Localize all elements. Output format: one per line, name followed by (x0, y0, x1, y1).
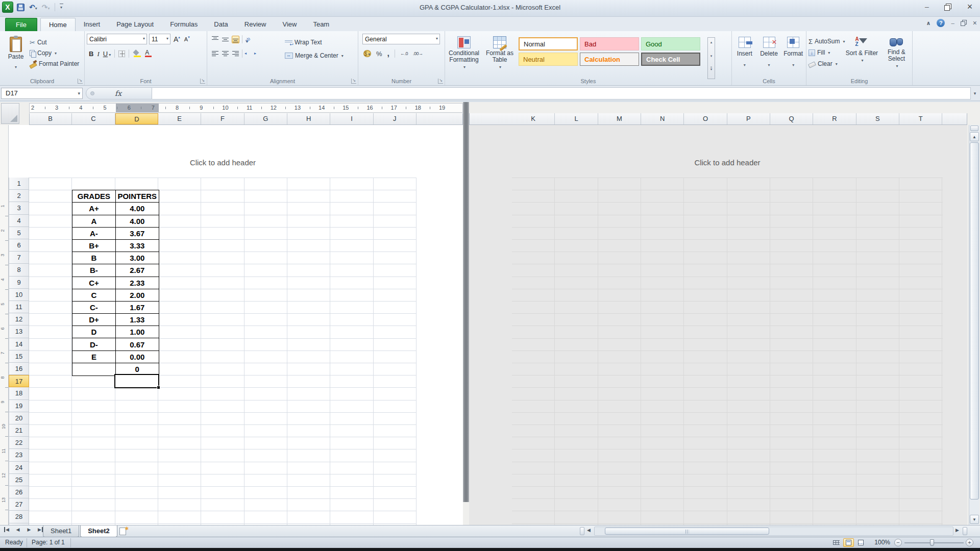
fill-color-button[interactable] (133, 51, 140, 57)
column-header-g[interactable]: G (244, 113, 287, 124)
row-header-2[interactable]: 2 (9, 190, 29, 202)
align-right-button[interactable] (232, 50, 239, 58)
align-center-button[interactable] (222, 50, 229, 58)
column-header-d[interactable]: D (115, 113, 158, 124)
row-header-14[interactable]: 14 (9, 338, 29, 350)
row-header-4[interactable]: 4 (9, 215, 29, 227)
table-header-cell[interactable]: GRADES (72, 190, 115, 203)
gallery-down-icon[interactable] (708, 52, 715, 65)
minimize-button[interactable] (920, 2, 934, 12)
row-header-3[interactable]: 3 (9, 202, 29, 214)
row-header-27[interactable]: 27 (9, 498, 29, 511)
underline-button[interactable] (103, 49, 111, 58)
scroll-down-icon[interactable] (970, 515, 979, 524)
delete-dropdown-icon[interactable] (768, 59, 770, 68)
grid-right[interactable] (512, 178, 943, 525)
align-left-button[interactable] (211, 50, 219, 58)
restore-button[interactable] (941, 2, 955, 12)
table-cell[interactable]: 1.67 (116, 302, 159, 314)
scroll-up-icon[interactable] (970, 132, 979, 141)
table-cell[interactable]: 1.33 (116, 314, 159, 326)
close-button[interactable] (963, 2, 977, 12)
page-layout-view-button[interactable] (843, 538, 854, 547)
table-cell[interactable]: E (72, 351, 115, 363)
row-header-15[interactable]: 15 (9, 350, 29, 363)
sheet-tab-sheet1[interactable]: Sheet1 (43, 525, 79, 537)
table-cell[interactable]: D+ (72, 314, 115, 326)
style-chip-neutral[interactable]: Neutral (519, 53, 578, 66)
table-cell[interactable]: 4.00 (116, 215, 159, 228)
column-header-f[interactable]: F (201, 113, 244, 124)
increase-font-size-button[interactable] (173, 35, 181, 43)
borders-button[interactable] (118, 51, 125, 57)
vertical-scroll-thumb[interactable] (970, 142, 979, 499)
table-cell[interactable]: 0.67 (116, 338, 159, 350)
decrease-decimal-button[interactable] (413, 51, 423, 56)
column-header-s[interactable]: S (856, 113, 899, 124)
gallery-more-icon[interactable] (708, 65, 715, 79)
autosum-button[interactable]: AutoSum (808, 37, 845, 46)
table-cell[interactable]: 2.67 (116, 264, 159, 277)
table-cell[interactable]: 3.00 (116, 252, 159, 264)
table-cell[interactable]: C (72, 289, 115, 302)
table-cell[interactable]: B (72, 252, 115, 264)
table-cell[interactable]: B+ (72, 240, 115, 252)
horizontal-split-handle-right[interactable] (963, 527, 967, 535)
row-header-10[interactable]: 10 (9, 289, 29, 301)
row-header-13[interactable]: 13 (9, 325, 29, 338)
vertical-scrollbar[interactable] (969, 125, 979, 525)
column-header-i[interactable]: I (330, 113, 373, 124)
zoom-in-button[interactable] (966, 539, 973, 546)
table-cell[interactable]: 2.00 (116, 289, 159, 302)
collapse-ribbon-icon[interactable] (926, 20, 930, 27)
row-header-25[interactable]: 25 (9, 474, 29, 486)
column-header-r[interactable]: R (813, 113, 856, 124)
table-cell[interactable]: A (72, 215, 115, 228)
column-header-h[interactable]: H (287, 113, 330, 124)
expand-formula-bar-icon[interactable] (971, 91, 979, 96)
row-header-6[interactable]: 6 (9, 239, 29, 252)
wrap-text-button[interactable]: Wrap Text (285, 38, 344, 47)
tab-insert[interactable]: Insert (76, 18, 109, 31)
increase-indent-button[interactable] (255, 50, 262, 58)
format-dropdown-icon[interactable] (792, 59, 794, 68)
table-cell[interactable]: C+ (72, 277, 115, 289)
row-header-12[interactable]: 12 (9, 313, 29, 325)
alignment-dialog-launcher[interactable] (351, 79, 356, 84)
style-chip-bad[interactable]: Bad (580, 37, 639, 51)
row-header-11[interactable]: 11 (9, 301, 29, 313)
fill-button[interactable]: Fill (808, 48, 845, 57)
column-header-j[interactable]: J (374, 113, 416, 124)
column-header-e[interactable]: E (158, 113, 201, 124)
row-header-17[interactable]: 17 (9, 375, 29, 387)
style-chip-calculation[interactable]: Calculation (580, 53, 639, 66)
clipboard-dialog-launcher[interactable] (78, 79, 83, 84)
next-sheet-icon[interactable] (26, 527, 33, 532)
find-select-button[interactable]: Find & Select (879, 34, 913, 77)
insert-cells-button[interactable]: Insert (734, 34, 755, 77)
table-cell[interactable]: 3.33 (116, 240, 159, 252)
row-header-9[interactable]: 9 (9, 277, 29, 289)
delete-cells-button[interactable]: Delete (758, 34, 780, 77)
zoom-slider-thumb[interactable] (930, 539, 934, 546)
zoom-out-button[interactable] (894, 539, 902, 546)
paste-dropdown-icon[interactable] (15, 61, 17, 70)
table-cell[interactable]: 1.00 (116, 326, 159, 338)
vertical-split-handle[interactable] (970, 126, 978, 131)
previous-sheet-icon[interactable] (14, 527, 21, 532)
grades-pointers-table[interactable]: GRADESPOINTERSA+4.00A4.00A-3.67B+3.33B3.… (72, 190, 159, 376)
column-header-t[interactable]: T (899, 113, 942, 124)
font-family-combo[interactable]: Calibri (87, 34, 147, 44)
sort-filter-button[interactable]: Sort & Filter (845, 34, 878, 77)
column-header-c[interactable]: C (72, 113, 115, 124)
workbook-restore-icon[interactable] (961, 20, 967, 26)
workbook-minimize-icon[interactable] (951, 20, 954, 26)
help-icon[interactable] (937, 19, 945, 27)
tab-data[interactable]: Data (206, 18, 236, 31)
conditional-formatting-button[interactable]: Conditional Formatting (447, 34, 481, 77)
table-cell[interactable]: D- (72, 338, 115, 350)
gallery-up-icon[interactable] (708, 38, 715, 52)
style-chip-good[interactable]: Good (641, 37, 700, 51)
table-cell[interactable]: 3.67 (116, 228, 159, 240)
column-header-k[interactable]: K (512, 113, 555, 124)
